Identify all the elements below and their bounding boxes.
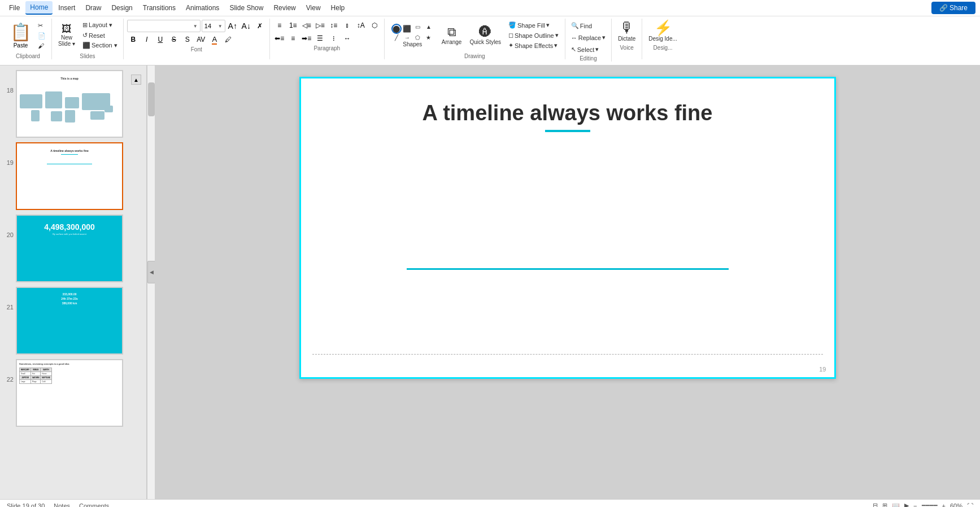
shape-effects-icon: ✦ bbox=[508, 42, 513, 49]
design-ideas-group-label: Desig... bbox=[646, 45, 680, 51]
smart-art-button[interactable]: ⬡ bbox=[368, 20, 381, 31]
slide-item-22: 22 Sometimes, reviewing concepts is a go… bbox=[2, 359, 144, 427]
shape-fill-icon: 🪣 bbox=[508, 21, 516, 29]
menu-insert[interactable]: Insert bbox=[54, 2, 80, 14]
arrange-button[interactable]: ⧉ Arrange bbox=[439, 24, 465, 47]
bold-button[interactable]: B bbox=[127, 34, 140, 45]
zoom-slider[interactable]: ━━━━ bbox=[922, 502, 938, 507]
font-size-increase-button[interactable]: A↑ bbox=[227, 20, 239, 32]
text-columns-button[interactable]: ⫶ bbox=[328, 33, 340, 44]
align-left-button[interactable]: ⬅≡ bbox=[273, 33, 286, 44]
scroll-up-button[interactable]: ▲ bbox=[131, 75, 141, 85]
zoom-out-icon[interactable]: − bbox=[913, 502, 917, 508]
replace-button[interactable]: ↔ Replace ▾ bbox=[569, 33, 608, 42]
menu-file[interactable]: File bbox=[5, 2, 24, 14]
text-direction2-button[interactable]: ↔ bbox=[341, 33, 354, 44]
font-size-caret: ▼ bbox=[218, 24, 223, 29]
menu-help[interactable]: Help bbox=[326, 2, 350, 14]
cut-icon: ✂ bbox=[38, 22, 43, 29]
slide-canvas[interactable]: A timeline always works fine 19 bbox=[299, 77, 836, 379]
slide-content: A timeline always works fine bbox=[301, 78, 834, 377]
ribbon-group-paragraph: ≡ 1≡ ◁≡ ▷≡ ↕≡ ⫾ ↕A ⬡ ⬅≡ ≡ ➡≡ ☰ ⫶ ↔ Parag… bbox=[270, 19, 385, 59]
dictate-button[interactable]: 🎙 Dictate bbox=[615, 19, 638, 43]
shape-effects-button[interactable]: ✦ Shape Effects ▾ bbox=[506, 41, 561, 50]
font-name-selector[interactable]: ▼ bbox=[127, 20, 201, 32]
zoom-level: 60% bbox=[950, 502, 962, 508]
clear-format-button[interactable]: ✗ bbox=[254, 20, 266, 32]
bullets-button[interactable]: ≡ bbox=[273, 20, 286, 31]
editing-label: Editing bbox=[569, 55, 608, 62]
slide-thumb-22[interactable]: Sometimes, reviewing concepts is a good … bbox=[16, 359, 123, 427]
quick-styles-label: Quick Styles bbox=[469, 39, 501, 45]
design-ideas-button[interactable]: ⚡ Desig Ide... bbox=[646, 19, 680, 43]
view-slideshow-icon[interactable]: ▶ bbox=[904, 502, 909, 507]
font-label: Font bbox=[127, 46, 266, 53]
menu-transitions[interactable]: Transitions bbox=[138, 2, 180, 14]
zoom-in-icon[interactable]: + bbox=[942, 502, 946, 508]
align-right-button[interactable]: ➡≡ bbox=[300, 33, 313, 44]
view-sorter-icon[interactable]: ⊞ bbox=[882, 502, 887, 507]
font-size-decrease-button[interactable]: A↓ bbox=[240, 20, 252, 32]
scroll-bar[interactable]: ◀ bbox=[147, 65, 155, 499]
menu-slideshow[interactable]: Slide Show bbox=[225, 2, 268, 14]
text-direction-button[interactable]: ↕A bbox=[355, 20, 367, 31]
new-slide-button[interactable]: 🖼 NewSlide ▾ bbox=[55, 22, 78, 49]
select-icon: ↖ bbox=[571, 46, 576, 53]
paste-button[interactable]: 📋 Paste bbox=[8, 21, 33, 50]
quick-styles-button[interactable]: 🅐 Quick Styles bbox=[467, 24, 504, 47]
dictate-label: Dictate bbox=[618, 36, 635, 42]
align-center-button[interactable]: ≡ bbox=[287, 33, 299, 44]
slide19-timeline-line bbox=[47, 164, 92, 164]
shapes-button[interactable]: ⬤ ⬛ ▭ ▲ ╱ → ⬠ ★ Shapes bbox=[389, 22, 437, 49]
scroll-thumb[interactable] bbox=[148, 82, 155, 116]
format-painter-button[interactable]: 🖌 bbox=[36, 41, 48, 50]
line-spacing-button[interactable]: ↕≡ bbox=[328, 20, 340, 31]
shape-outline-button[interactable]: ◻ Shape Outline ▾ bbox=[506, 30, 561, 40]
find-button[interactable]: 🔍 Find bbox=[569, 21, 608, 30]
menu-animations[interactable]: Animations bbox=[181, 2, 224, 14]
section-button[interactable]: ⬛ Section ▾ bbox=[80, 41, 120, 50]
slide-thumb-18[interactable]: This is a map bbox=[16, 70, 123, 138]
highlight-button[interactable]: 🖊 bbox=[222, 34, 234, 45]
menu-design[interactable]: Design bbox=[107, 2, 137, 14]
menu-view[interactable]: View bbox=[302, 2, 325, 14]
shadow-button[interactable]: S bbox=[181, 34, 194, 45]
status-comments: Comments bbox=[79, 502, 109, 508]
smart-art-icon: ⬡ bbox=[372, 21, 377, 29]
fit-to-window-icon[interactable]: ⛶ bbox=[967, 502, 973, 508]
italic-button[interactable]: I bbox=[141, 34, 153, 45]
design-ideas-icon: ⚡ bbox=[654, 20, 672, 35]
numbering-button[interactable]: 1≡ bbox=[287, 20, 299, 31]
share-button[interactable]: 🔗 Share bbox=[931, 2, 975, 14]
select-button[interactable]: ↖ Select ▾ bbox=[569, 45, 608, 54]
copy-button[interactable]: 📄 bbox=[36, 31, 48, 41]
cut-button[interactable]: ✂ bbox=[36, 21, 48, 30]
strikethrough-button[interactable]: S bbox=[168, 34, 180, 45]
char-spacing-button[interactable]: AV bbox=[195, 34, 207, 45]
decrease-indent-button[interactable]: ◁≡ bbox=[300, 20, 313, 31]
arrange-label: Arrange bbox=[442, 39, 462, 45]
slide-timeline-line bbox=[407, 268, 729, 270]
font-size-selector[interactable]: 14 ▼ bbox=[202, 20, 225, 32]
menu-review[interactable]: Review bbox=[269, 2, 300, 14]
menu-home[interactable]: Home bbox=[25, 1, 53, 15]
font-color-button[interactable]: A bbox=[208, 34, 221, 45]
panel-collapse-button[interactable]: ◀ bbox=[147, 261, 155, 283]
shape-fill-button[interactable]: 🪣 Shape Fill ▾ bbox=[506, 20, 561, 30]
slide-thumb-21[interactable]: 333,000.00 24h 37m 23s 386,000 km bbox=[16, 287, 123, 355]
increase-indent-button[interactable]: ▷≡ bbox=[314, 20, 326, 31]
columns-button[interactable]: ⫾ bbox=[341, 20, 354, 31]
underline-button[interactable]: U bbox=[154, 34, 167, 45]
slide-thumb-20[interactable]: 4,498,300,000 By surface with you halted… bbox=[16, 215, 123, 282]
layout-button[interactable]: ⊞ Layout ▾ bbox=[80, 20, 120, 30]
view-reading-icon[interactable]: 📖 bbox=[892, 502, 900, 507]
reset-button[interactable]: ↺ Reset bbox=[80, 30, 120, 40]
font-size-increase-icon: A↑ bbox=[228, 21, 237, 30]
paste-label: Paste bbox=[14, 42, 28, 49]
pentagon-icon: ⬠ bbox=[413, 34, 423, 41]
slide-thumb-19[interactable]: A timeline always works fine bbox=[16, 142, 123, 210]
justify-button[interactable]: ☰ bbox=[314, 33, 326, 44]
shape-outline-icon: ◻ bbox=[508, 32, 513, 39]
view-normal-icon[interactable]: ⊟ bbox=[873, 502, 878, 507]
menu-draw[interactable]: Draw bbox=[81, 2, 106, 14]
